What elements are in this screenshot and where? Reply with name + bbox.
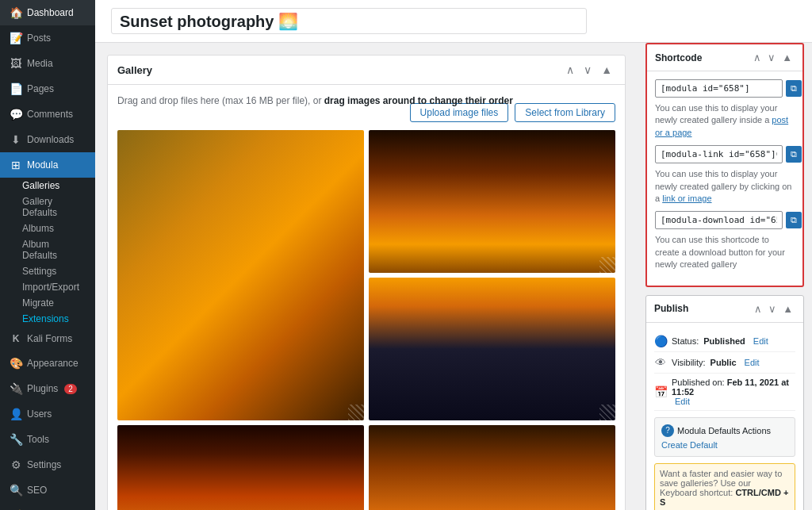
shortcode-input-2[interactable] — [655, 145, 783, 163]
sidebar-sub-migrate[interactable]: Migrate — [0, 295, 95, 311]
gallery-editor: Gallery ∧ ∨ ▲ Drag and drop files here (… — [95, 43, 638, 510]
sidebar-sub-extensions[interactable]: Extensions — [0, 311, 95, 327]
calendar-icon: 📅 — [654, 385, 667, 398]
sidebar-label: Plugins — [27, 383, 58, 394]
gallery-panel-up[interactable]: ∧ — [563, 62, 577, 78]
tools-icon: 🔧 — [10, 433, 22, 446]
content-area: Gallery ∧ ∨ ▲ Drag and drop files here (… — [95, 43, 812, 510]
status-label: Status: — [672, 336, 699, 346]
sidebar-sub-album-defaults[interactable]: Album Defaults — [0, 236, 95, 263]
copy-shortcode-3-button[interactable]: ⧉ — [786, 212, 802, 228]
shortcode-panel-body: ⧉ You can use this to display your newly… — [647, 71, 802, 286]
gallery-image-1[interactable] — [117, 130, 364, 420]
publish-status-row: 🔵 Status: Published Edit — [654, 331, 795, 352]
visibility-edit-link[interactable]: Edit — [745, 358, 760, 367]
sidebar-sub-gallery-defaults[interactable]: Gallery Defaults — [0, 194, 95, 220]
publish-panel-up[interactable]: ∧ — [752, 302, 764, 316]
published-edit-link[interactable]: Edit — [675, 397, 690, 406]
sidebar-item-pages[interactable]: 📄 Pages — [0, 76, 95, 102]
publish-panel-close[interactable]: ▲ — [780, 302, 795, 316]
appearance-icon: 🎨 — [10, 357, 22, 370]
shortcode-panel-close[interactable]: ▲ — [779, 51, 795, 64]
sidebar-item-modula[interactable]: ⊞ Modula — [0, 152, 95, 178]
publish-panel-down[interactable]: ∨ — [766, 302, 779, 316]
gallery-image-3[interactable] — [369, 278, 615, 420]
shortcode-panel-title: Shortcode — [655, 52, 702, 63]
shortcode-panel-header: Shortcode ∧ ∨ ▲ — [647, 44, 802, 71]
sidebar-label: Modula — [27, 159, 58, 171]
gallery-panel-header: Gallery ∧ ∨ ▲ — [108, 56, 625, 85]
pages-icon: 📄 — [10, 82, 22, 95]
keyboard-hint: Want a faster and easier way to save gal… — [654, 463, 795, 510]
modula-defaults-icon: ? — [661, 424, 674, 437]
image-corner-icon — [599, 257, 612, 270]
link-or-image-link[interactable]: link or image — [662, 194, 711, 203]
sidebar-item-seo[interactable]: 🔍 SEO — [0, 477, 95, 503]
sidebar-label: Media — [27, 58, 53, 69]
sidebar-item-settings[interactable]: ⚙ Settings — [0, 452, 95, 477]
select-from-library-button[interactable]: Select from Library — [515, 103, 615, 122]
sidebar-item-users[interactable]: 👤 Users — [0, 401, 95, 427]
publish-panel-title: Publish — [654, 303, 688, 314]
gallery-panel-close[interactable]: ▲ — [598, 62, 615, 78]
sidebar-label: Downloads — [27, 134, 74, 145]
right-sidebar: Shortcode ∧ ∨ ▲ ⧉ You can use this to di… — [638, 43, 812, 510]
copy-shortcode-1-button[interactable]: ⧉ — [786, 80, 802, 97]
gallery-drag-hint: Drag and drop files here (max 16 MB per … — [117, 95, 513, 106]
sidebar-item-appearance[interactable]: 🎨 Appearance — [0, 351, 95, 376]
create-default-link[interactable]: Create Default — [661, 440, 718, 450]
sidebar-item-kali-forms[interactable]: K Kali Forms — [0, 327, 95, 351]
sidebar-item-dashboard[interactable]: 🏠 Dashboard — [0, 0, 95, 25]
page-title-input[interactable] — [111, 8, 587, 34]
gallery-toolbar: Drag and drop files here (max 16 MB per … — [117, 94, 615, 122]
image-grid — [117, 130, 615, 510]
gallery-image-4[interactable] — [117, 425, 364, 510]
sidebar-item-posts[interactable]: 📝 Posts — [0, 25, 95, 51]
gallery-image-2[interactable] — [369, 130, 615, 273]
page-header — [95, 0, 812, 43]
shortcode-panel-down[interactable]: ∨ — [765, 51, 778, 64]
sidebar-sub-galleries[interactable]: Galleries — [0, 178, 95, 194]
shortcode-panel-up[interactable]: ∧ — [751, 51, 764, 64]
shortcode-input-1[interactable] — [655, 79, 783, 98]
sidebar-sub-albums[interactable]: Albums — [0, 220, 95, 236]
sidebar-item-downloads[interactable]: ⬇ Downloads — [0, 127, 95, 152]
sidebar-label: Users — [27, 408, 52, 420]
image-corner-icon — [348, 405, 361, 417]
gallery-panel-title: Gallery — [117, 64, 152, 76]
gallery-panel-controls: ∧ ∨ ▲ — [563, 62, 615, 78]
status-value: Published — [703, 336, 745, 346]
downloads-icon: ⬇ — [10, 133, 22, 146]
publish-panel-body: 🔵 Status: Published Edit 👁 Visibility: P… — [646, 323, 803, 510]
comments-icon: 💬 — [10, 108, 22, 121]
shortcode-panel: Shortcode ∧ ∨ ▲ ⧉ You can use this to di… — [645, 43, 804, 287]
visibility-value: Public — [710, 358, 737, 367]
sidebar-sub-settings[interactable]: Settings — [0, 263, 95, 279]
gallery-panel: Gallery ∧ ∨ ▲ Drag and drop files here (… — [107, 55, 626, 510]
image-corner-icon — [599, 405, 612, 417]
sidebar-item-tools[interactable]: 🔧 Tools — [0, 427, 95, 452]
shortcode-row-1: ⧉ — [655, 79, 795, 98]
sidebar-item-litespeed[interactable]: ⚡ LiteSpeed Cache — [0, 503, 95, 510]
sidebar-item-plugins[interactable]: 🔌 Plugins 2 — [0, 376, 95, 401]
kali-icon: K — [10, 333, 22, 344]
sidebar-sub-import-export[interactable]: Import/Export — [0, 279, 95, 295]
settings-icon: ⚙ — [10, 458, 22, 471]
posts-icon: 📝 — [10, 32, 22, 44]
gallery-panel-down[interactable]: ∨ — [580, 62, 595, 78]
status-edit-link[interactable]: Edit — [753, 336, 768, 346]
gallery-image-5[interactable] — [369, 425, 615, 510]
copy-shortcode-2-button[interactable]: ⧉ — [786, 146, 802, 163]
sidebar-label: Tools — [27, 434, 49, 445]
sidebar-item-comments[interactable]: 💬 Comments — [0, 102, 95, 127]
shortcode-desc-3: You can use this shortcode to create a d… — [655, 234, 795, 270]
sidebar-label: Pages — [27, 83, 54, 94]
main-content: Gallery ∧ ∨ ▲ Drag and drop files here (… — [95, 0, 812, 510]
publish-panel-controls: ∧ ∨ ▲ — [752, 302, 795, 316]
sidebar-label: SEO — [27, 485, 47, 496]
sidebar-label: Kali Forms — [27, 333, 72, 344]
shortcode-row-2: ⧉ — [655, 145, 795, 163]
gallery-panel-body: Drag and drop files here (max 16 MB per … — [108, 85, 625, 510]
sidebar-item-media[interactable]: 🖼 Media — [0, 51, 95, 76]
shortcode-input-3[interactable] — [655, 211, 783, 229]
